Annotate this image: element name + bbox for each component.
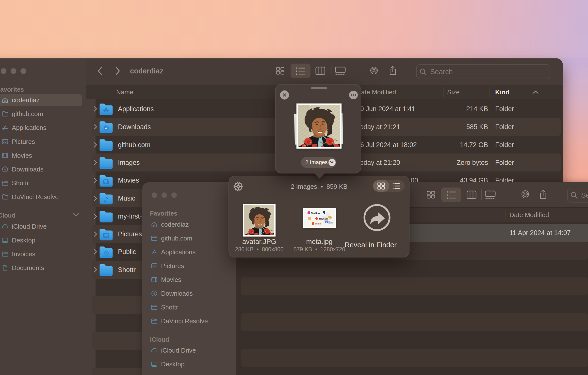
svg-text:shottr: shottr	[315, 222, 321, 225]
svg-text:365: 365	[328, 221, 330, 222]
svg-text:INDSTRS: INDSTRS	[328, 222, 334, 224]
svg-text:PixelSnap: PixelSnap	[311, 212, 320, 214]
svg-text:Raycast: Raycast	[319, 218, 328, 220]
